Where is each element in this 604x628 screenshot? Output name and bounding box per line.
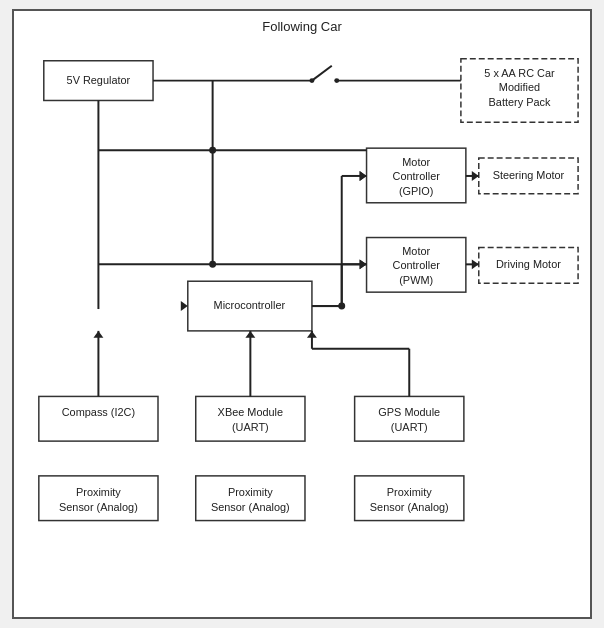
xbee-box: [196, 396, 305, 441]
prox1-box: [39, 476, 158, 521]
steering-label: Steering Motor: [493, 169, 565, 181]
prox1-label1: Proximity: [76, 486, 121, 498]
svg-point-3: [309, 78, 314, 83]
prox2-label1: Proximity: [228, 486, 273, 498]
regulator-label: 5V Regulator: [67, 74, 131, 86]
xbee-label1: XBee Module: [218, 406, 283, 418]
driving-label: Driving Motor: [496, 258, 561, 270]
gps-label2: (UART): [391, 421, 428, 433]
microcontroller-label: Microcontroller: [214, 299, 286, 311]
prox3-label1: Proximity: [387, 486, 432, 498]
motor-ctrl-gpio-label2: Controller: [393, 170, 441, 182]
compass-box: [39, 396, 158, 441]
arrow-compass-up: [93, 331, 103, 338]
arrow-mc-to-pwm2: [360, 259, 367, 269]
battery-label1: 5 x AA RC Car: [484, 67, 555, 79]
motor-ctrl-gpio-label3: (GPIO): [399, 185, 434, 197]
gps-box: [355, 396, 464, 441]
prox2-label2: Sensor (Analog): [211, 501, 290, 513]
motor-ctrl-gpio-label1: Motor: [402, 156, 430, 168]
svg-line-1: [312, 66, 332, 81]
svg-point-19: [338, 303, 345, 310]
arrow-bus-to-mc: [181, 301, 188, 311]
battery-label2: Modified: [499, 81, 540, 93]
arrow-gps-up: [307, 331, 317, 338]
diagram-container: Following Car 5V Regulator 5 x AA RC Car…: [12, 9, 592, 619]
compass-label1: Compass (I2C): [62, 406, 135, 418]
motor-ctrl-pwm-label1: Motor: [402, 245, 430, 257]
prox3-label2: Sensor (Analog): [370, 501, 449, 513]
prox2-box: [196, 476, 305, 521]
arrow-gpio-to-steering: [472, 171, 479, 181]
prox3-box: [355, 476, 464, 521]
svg-point-4: [334, 78, 339, 83]
xbee-label2: (UART): [232, 421, 269, 433]
motor-ctrl-pwm-label3: (PWM): [399, 274, 433, 286]
arrow-xbee-up: [245, 331, 255, 338]
prox1-label2: Sensor (Analog): [59, 501, 138, 513]
gps-label1: GPS Module: [378, 406, 440, 418]
battery-label3: Battery Pack: [489, 96, 551, 108]
arrow-mc-to-gpio2: [360, 171, 367, 181]
arrow-pwm-to-driving: [472, 259, 479, 269]
motor-ctrl-pwm-label2: Controller: [393, 259, 441, 271]
